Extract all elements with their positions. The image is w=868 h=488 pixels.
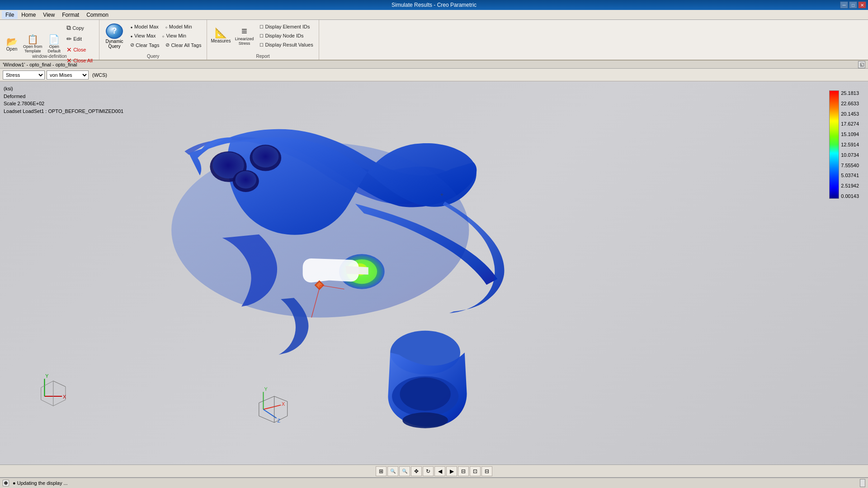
close-all-icon: ✕ xyxy=(66,57,72,64)
report-label: Report xyxy=(256,54,270,59)
toolbar-row-report: 📐 Measures ≡ Linearized Stress ☐ Display… xyxy=(210,23,316,49)
model-max-min-row: ⬥ Model Max ⬦ Model Min xyxy=(127,23,204,31)
legend-value-5: 12.5914 xyxy=(841,142,859,147)
svg-text:X: X xyxy=(63,394,66,399)
prev-view-button[interactable]: ◀ xyxy=(434,466,445,476)
legend-value-2: 20.1453 xyxy=(841,111,859,117)
svg-text:Z: Z xyxy=(277,418,280,423)
minimize-button[interactable]: ─ xyxy=(840,1,848,9)
toolbar-row-large-buttons: 📂 Open 📋 Open from Template 📄 Open Defau… xyxy=(4,23,95,66)
window-def-bar: 'Window1' - opto_final - opto_final ◱ xyxy=(0,61,868,69)
clear-tags-button[interactable]: ⊘ Clear Tags xyxy=(127,41,162,49)
dynamic-query-icon: ? xyxy=(106,23,123,39)
zoom-fit-button[interactable]: ⊞ xyxy=(376,466,387,476)
bottom-toolbar: ⊞ 🔍 🔍 ✥ ↻ ◀ ▶ ⊟ ⊡ ⊟ xyxy=(0,465,868,477)
open-default-icon: 📄 xyxy=(48,35,60,44)
display-node-ids-button[interactable]: ☐ Display Node IDs xyxy=(257,32,316,40)
clear-tags-row: ⊘ Clear Tags ⊘ Clear All Tags xyxy=(127,41,204,49)
wcs-label: (WCS) xyxy=(92,72,107,78)
status-indicator xyxy=(3,480,9,486)
toolbar-row-query: ? Dynamic Query ⬥ Model Max ⬦ Model Min xyxy=(102,23,204,49)
menu-format[interactable]: Format xyxy=(58,11,83,19)
edit-button[interactable]: ✏ Edit xyxy=(64,34,95,44)
svg-text:X: X xyxy=(282,401,285,407)
legend-value-6: 10.0734 xyxy=(841,152,859,158)
open-template-icon: 📋 xyxy=(27,35,38,44)
menu-view[interactable]: View xyxy=(39,11,58,19)
menu-common[interactable]: Common xyxy=(83,11,112,19)
svg-point-6 xyxy=(236,171,256,188)
menu-home[interactable]: Home xyxy=(18,11,39,19)
close-button[interactable]: ✕ xyxy=(858,1,866,9)
model-min-button[interactable]: ⬦ Model Min xyxy=(162,23,195,31)
dynamic-query-button[interactable]: ? Dynamic Query xyxy=(102,23,127,49)
query-small-buttons: ⬥ Model Max ⬦ Model Min ⬥ View Max ⬦ xyxy=(127,23,204,49)
app-title: Simulate Results - Creo Parametric xyxy=(392,2,476,8)
view-option-3[interactable]: ⊟ xyxy=(481,466,492,476)
status-text: ● Updating the display ... xyxy=(13,480,68,486)
toolbar: 📂 Open 📋 Open from Template 📄 Open Defau… xyxy=(0,20,868,61)
open-from-template-button[interactable]: 📋 Open from Template xyxy=(21,33,45,55)
svg-line-18 xyxy=(44,389,60,396)
pan-button[interactable]: ✥ xyxy=(411,466,422,476)
svg-line-23 xyxy=(263,405,281,409)
stress-component-select[interactable]: von Mises Max Principal Min Principal xyxy=(47,70,89,80)
legend-value-9: 2.51942 xyxy=(841,183,859,188)
legend-value-3: 17.6274 xyxy=(841,121,859,127)
status-right-panel xyxy=(860,479,865,487)
small-buttons-col: ⧉ Copy ✏ Edit ✕ Close ✕ Close All xyxy=(64,23,95,66)
close-window-button[interactable]: ✕ Close xyxy=(64,45,95,55)
open-icon: 📂 xyxy=(6,37,18,46)
color-legend: 25.1813 22.6633 20.1453 17.6274 15.1094 … xyxy=(829,90,859,199)
display-result-values-button[interactable]: ☐ Display Result Values xyxy=(257,41,316,49)
menu-bar: File Home View Format Common xyxy=(0,10,868,20)
viewport-container: (ksi) Deformed Scale 2.7806E+02 Loadset … xyxy=(0,81,868,477)
svg-point-13 xyxy=(402,413,448,428)
status-bar: ● Updating the display ... xyxy=(0,477,868,488)
query-label: Query xyxy=(147,54,159,59)
legend-value-7: 7.55540 xyxy=(841,163,859,168)
view-max-button[interactable]: ⬥ View Max xyxy=(127,32,158,40)
toolbar-group-query: ? Dynamic Query ⬥ Model Max ⬦ Model Min xyxy=(99,20,207,60)
close-window-icon: ✕ xyxy=(66,46,72,53)
svg-text:Y: Y xyxy=(264,386,267,392)
clear-all-tags-button[interactable]: ⊘ Clear All Tags xyxy=(163,41,204,49)
measures-icon: 📐 xyxy=(215,28,227,38)
view-max-min-row: ⬥ View Max ⬦ View Min xyxy=(127,32,204,40)
stress-type-select[interactable]: Stress Displacement Strain Temperature xyxy=(3,70,45,80)
report-checkboxes: ☐ Display Element IDs ☐ Display Node IDs… xyxy=(257,23,316,49)
open-default-button[interactable]: 📄 Open Default xyxy=(46,33,63,55)
next-view-button[interactable]: ▶ xyxy=(446,466,457,476)
rotate-button[interactable]: ↻ xyxy=(423,466,434,476)
open-button[interactable]: 📂 Open xyxy=(4,36,20,53)
legend-value-0: 25.1813 xyxy=(841,90,859,96)
display-element-ids-button[interactable]: ☐ Display Element IDs xyxy=(257,23,316,31)
zoom-in-button[interactable]: 🔍 xyxy=(387,466,398,476)
legend-value-1: 22.6633 xyxy=(841,101,859,106)
view-min-button[interactable]: ⬦ View Min xyxy=(159,32,189,40)
menu-file[interactable]: File xyxy=(2,11,18,19)
close-all-button[interactable]: ✕ Close All xyxy=(64,56,95,66)
view-option-1[interactable]: ⊟ xyxy=(458,466,469,476)
svg-point-4 xyxy=(252,145,278,167)
svg-text:Y: Y xyxy=(45,373,48,379)
edit-icon: ✏ xyxy=(66,35,72,42)
legend-value-10: 0.00143 xyxy=(841,193,859,199)
linearized-stress-button[interactable]: ≡ Linearized Stress xyxy=(232,25,256,47)
model-3d-view: X Y X Y Z + xyxy=(0,81,868,465)
legend-labels: 25.1813 22.6633 20.1453 17.6274 15.1094 … xyxy=(841,90,859,199)
copy-button[interactable]: ⧉ Copy xyxy=(64,23,95,33)
legend-value-4: 15.1094 xyxy=(841,131,859,137)
window-def-title: 'Window1' - opto_final - opto_final xyxy=(3,62,858,67)
model-max-button[interactable]: ⬥ Model Max xyxy=(127,23,161,31)
view-area[interactable]: (ksi) Deformed Scale 2.7806E+02 Loadset … xyxy=(0,81,868,465)
measures-button[interactable]: 📐 Measures xyxy=(210,27,231,45)
zoom-out-button[interactable]: 🔍 xyxy=(399,466,410,476)
toolbar-group-window-definition: 📂 Open 📋 Open from Template 📄 Open Defau… xyxy=(0,20,99,60)
legend-value-8: 5.03741 xyxy=(841,173,859,178)
window-expand-button[interactable]: ◱ xyxy=(858,61,865,68)
maximize-button[interactable]: □ xyxy=(849,1,857,9)
svg-text:+: + xyxy=(440,191,444,198)
window-definition-label: window-definition xyxy=(32,54,67,59)
view-option-2[interactable]: ⊡ xyxy=(470,466,481,476)
